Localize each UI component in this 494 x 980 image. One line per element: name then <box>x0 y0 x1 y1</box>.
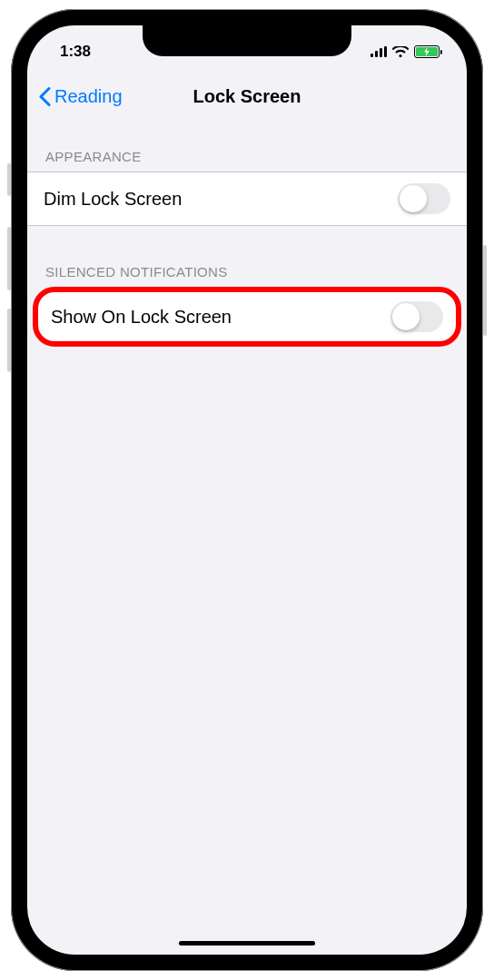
screen: 1:38 Reading <box>27 25 467 955</box>
status-icons <box>370 38 440 58</box>
mute-switch[interactable] <box>7 163 11 196</box>
volume-down-button[interactable] <box>7 309 11 372</box>
toggle-knob <box>400 185 427 212</box>
cell-label: Show On Lock Screen <box>51 307 232 328</box>
status-time: 1:38 <box>60 35 91 61</box>
cell-group-appearance: Dim Lock Screen <box>27 172 467 226</box>
volume-up-button[interactable] <box>7 227 11 290</box>
charging-bolt-icon <box>423 47 430 56</box>
device-frame: 1:38 Reading <box>11 9 483 971</box>
cell-show-on-lock-screen[interactable]: Show On Lock Screen <box>38 292 456 341</box>
toggle-dim-lock-screen[interactable] <box>398 183 450 214</box>
toggle-knob <box>392 303 420 330</box>
cell-label: Dim Lock Screen <box>44 189 182 210</box>
back-button[interactable]: Reading <box>38 86 123 107</box>
home-indicator[interactable] <box>179 941 315 946</box>
cellular-signal-icon <box>370 46 387 57</box>
wifi-icon <box>392 46 409 58</box>
section-header-appearance: APPEARANCE <box>27 149 467 172</box>
cell-dim-lock-screen[interactable]: Dim Lock Screen <box>27 172 467 225</box>
cell-group-silenced: Show On Lock Screen <box>33 287 461 347</box>
content: APPEARANCE Dim Lock Screen SILENCED NOTI… <box>27 122 467 347</box>
notch <box>143 25 351 56</box>
highlight-annotation: Show On Lock Screen <box>33 287 461 347</box>
page-title: Lock Screen <box>193 86 301 107</box>
battery-icon <box>414 45 440 58</box>
power-button[interactable] <box>483 245 487 336</box>
section-header-silenced: SILENCED NOTIFICATIONS <box>27 264 467 287</box>
chevron-left-icon <box>38 86 51 106</box>
back-label: Reading <box>54 86 123 107</box>
navigation-bar: Reading Lock Screen <box>27 71 467 122</box>
toggle-show-on-lock-screen[interactable] <box>390 301 443 332</box>
